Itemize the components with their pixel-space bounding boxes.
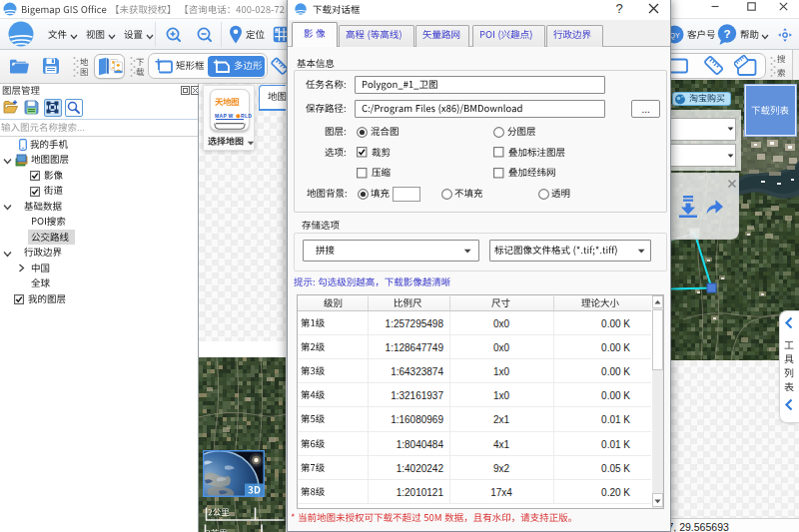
svg-text:QY: QY — [669, 32, 679, 40]
svg-text:?: ? — [723, 28, 730, 40]
